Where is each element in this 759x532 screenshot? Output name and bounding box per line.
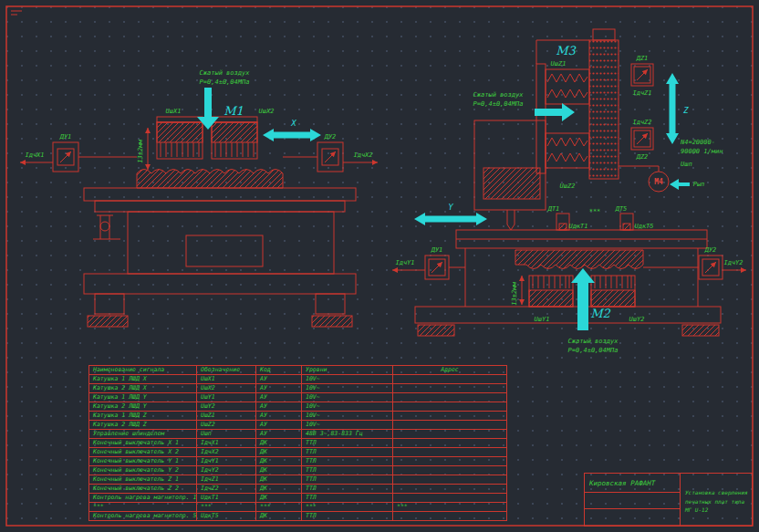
label-ushz1: UшZ1	[551, 60, 567, 68]
y-axis-arrow	[414, 213, 487, 225]
table-cell: UшХ1	[197, 375, 256, 384]
table-cell: UшZ2	[197, 421, 256, 430]
table-cell: ***	[89, 503, 197, 512]
magnet-rail-x	[137, 170, 283, 189]
table-cell	[393, 475, 507, 485]
label-du2: ДУ2	[324, 133, 337, 141]
table-cell: ТТЛ	[302, 457, 393, 466]
label-air2: Р=0,4±0,04МПа	[568, 347, 619, 354]
table-cell: IдчХ2	[197, 448, 256, 457]
note-line: печатных плат типа	[685, 497, 748, 506]
table-cell: 10V~	[302, 421, 393, 430]
table-row: Катушка 2 ЛШД XUшХ2АУ10V~	[89, 384, 507, 393]
table-cell: ТТЛ	[302, 512, 393, 521]
table-cell	[393, 466, 507, 475]
table-row: Конечный выключатель Z 1IдчZ1ДКТТЛ	[89, 475, 507, 485]
table-row: ***************	[89, 503, 507, 512]
table-cell	[393, 384, 507, 393]
exhaust-arrow	[670, 179, 690, 190]
table-cell: АУ	[256, 430, 302, 439]
sensor-dt5	[620, 214, 633, 230]
title-block-line	[585, 508, 680, 509]
table-cell: IдчZ2	[197, 485, 256, 494]
table-cell: Контроль нагрева магнитопр. 5	[89, 512, 197, 521]
x-axis-arrow	[263, 129, 321, 141]
z-rail	[589, 40, 619, 179]
table-cell: 10V~	[302, 402, 393, 412]
table-header-cell: Обозначение	[197, 366, 256, 375]
table-row: Контроль нагрева магнитопр. 1UдкТ1ДКТТЛ	[89, 494, 507, 503]
table-row: Конечный выключатель Z 2IдчZ2ДКТТЛ	[89, 485, 507, 494]
label-idchx2: IдчХ2	[353, 151, 372, 159]
table-cell: Конечный выключатель X 1	[89, 439, 197, 448]
table-cell: ДК	[256, 439, 302, 448]
table-cell: Катушка 2 ЛШД Y	[89, 402, 197, 412]
table-cell: ***	[302, 503, 393, 512]
label-dz2: ДZ2	[636, 153, 649, 161]
table-cell: АУ	[256, 393, 302, 402]
table-cell: Конечный выключатель X 2	[89, 448, 197, 457]
table-cell: АУ	[256, 412, 302, 421]
table-cell	[393, 393, 507, 402]
table-header-cell: Адрес	[393, 366, 507, 375]
table-row: Катушка 1 ЛШД XUшХ1АУ10V~	[89, 375, 507, 384]
label-dim: 13±2мм	[511, 282, 518, 306]
table-cell	[393, 448, 507, 457]
label-air1: Сжатый воздух	[200, 69, 251, 77]
label-dt5: ДТ5	[615, 205, 628, 213]
table-cell	[393, 439, 507, 448]
table-cell	[393, 412, 507, 421]
label-du1: ДУ1	[59, 133, 72, 141]
table-cell: 48В 3~,83-833 Гц	[302, 430, 393, 439]
table-cell: UшZ1	[197, 412, 256, 421]
table-cell: Конечный выключатель Z 1	[89, 475, 197, 485]
table-cell: Конечный выключатель Y 1	[89, 457, 197, 466]
table-cell: Uшп	[197, 430, 256, 439]
title-block-line	[585, 492, 680, 493]
table-cell: Катушка 2 ЛШД Z	[89, 421, 197, 430]
label-ushx1: UшХ1	[166, 108, 182, 115]
label-m2: M2	[590, 307, 610, 320]
table-cell: ***	[393, 503, 507, 512]
note-line: МГ U-12	[685, 506, 748, 515]
table-cell: 10V~	[302, 375, 393, 384]
label-ushp: Uшп	[681, 161, 692, 168]
sensor-dt1	[556, 214, 569, 230]
table-row: Катушка 1 ЛШД YUшY1АУ10V~	[89, 393, 507, 402]
label-idchz2: IдчZ2	[632, 119, 651, 126]
table-cell: 10V~	[302, 393, 393, 402]
table-header-cell: Код	[256, 366, 302, 375]
label-dz1: ДZ1	[636, 55, 649, 62]
table-cell: 10V~	[302, 412, 393, 421]
sensor-dz1	[631, 64, 653, 86]
table-cell: ТТЛ	[302, 485, 393, 494]
note-line: Установка сверления	[685, 488, 748, 497]
label-dim: 13±2мм	[137, 140, 144, 163]
table-cell: IдчZ1	[197, 475, 256, 485]
table-row: Управление шпинделемUшпАУ48В 3~,83-833 Г…	[89, 430, 507, 439]
label-m4: M4	[654, 178, 663, 186]
table-cell: UдкТ1	[197, 494, 256, 503]
table-cell: Катушка 1 ЛШД X	[89, 375, 197, 384]
label-idchy2: IдчY2	[723, 259, 743, 266]
label-x: X	[290, 119, 296, 128]
table-cell: IдчY2	[197, 466, 256, 475]
table-header-row: Наименование сигналаОбозначениеКодУровни…	[89, 366, 507, 375]
table-cell: ***	[197, 503, 256, 512]
table-cell	[393, 512, 507, 521]
label-dt1: ДТ1	[547, 205, 560, 213]
label-du2: ДУ2	[704, 246, 717, 254]
label-udkt5: UдкТ5	[634, 223, 653, 230]
air-arrow-m3	[535, 103, 575, 121]
table-cell	[393, 375, 507, 384]
table-header-cell: Наименование сигнала	[89, 366, 197, 375]
table-cell: Конечный выключатель Z 2	[89, 485, 197, 494]
label-ushy2: UшY2	[629, 316, 645, 323]
table-cell: АУ	[256, 402, 302, 412]
table-cell	[393, 402, 507, 412]
label-idchx1: IдчХ1	[25, 151, 44, 159]
table-cell: ДК	[256, 512, 302, 521]
label-air1: Сжатый воздух	[473, 91, 525, 99]
title-block: Кировская РАФАНТ Установка сверления печ…	[584, 473, 753, 527]
table-cell: ДК	[256, 494, 302, 503]
